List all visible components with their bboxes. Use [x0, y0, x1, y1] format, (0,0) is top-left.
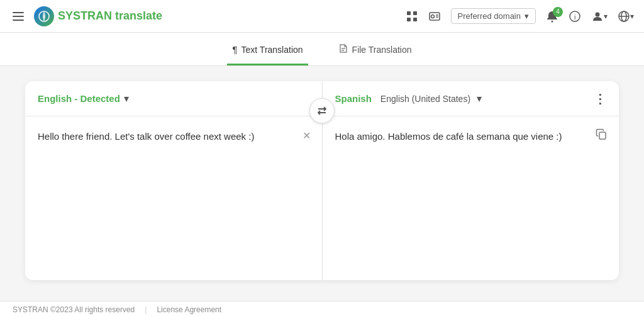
main-content: English - Detected ▾ Hello there friend.…	[0, 66, 644, 301]
source-panel: English - Detected ▾ Hello there friend.…	[25, 81, 323, 280]
svg-point-9	[552, 20, 553, 22]
header-left: SYSTRAN translate	[10, 6, 406, 26]
target-language-name: Spanish	[335, 93, 372, 104]
svg-point-6	[431, 14, 434, 18]
tabs-bar: ¶ Text Translation File Translation	[0, 33, 644, 66]
copy-button[interactable]	[595, 128, 608, 146]
svg-rect-1	[407, 11, 411, 15]
copyright-text: SYSTRAN ©2023 All rights reserved	[13, 305, 135, 314]
hamburger-menu[interactable]	[10, 9, 26, 23]
source-lang-chevron-icon[interactable]: ▾	[124, 93, 129, 104]
svg-text:i: i	[574, 13, 575, 21]
app-header: SYSTRAN translate Preferred domain ▾	[0, 0, 644, 33]
text-translation-icon: ¶	[232, 44, 237, 55]
swap-button-wrapper	[309, 98, 335, 123]
logo-translate: translate	[115, 9, 162, 22]
logo-systran: SYSTRAN	[58, 9, 112, 22]
svg-rect-18	[599, 132, 606, 139]
source-text-area[interactable]: Hello there friend. Let's talk over coff…	[25, 116, 322, 280]
tab-text-translation[interactable]: ¶ Text Translation	[227, 34, 308, 65]
target-lang-chevron-icon[interactable]: ▾	[477, 93, 482, 104]
tab-file-translation-label: File Translation	[352, 45, 412, 55]
domain-label: Preferred domain	[458, 11, 521, 21]
info-icon[interactable]: i	[569, 10, 581, 23]
notification-count: 4	[553, 7, 563, 17]
tab-file-translation[interactable]: File Translation	[333, 33, 417, 66]
domain-dropdown[interactable]: Preferred domain ▾	[451, 8, 536, 24]
source-language-name: English - Detected	[38, 93, 120, 104]
target-lang-header: Spanish English (United States) ▾ ⋮	[323, 81, 619, 116]
more-options-button[interactable]: ⋮	[594, 91, 606, 106]
file-translation-icon	[338, 43, 348, 55]
grid-icon[interactable]	[406, 10, 418, 23]
source-lang-selector[interactable]: English - Detected ▾	[38, 93, 129, 104]
translation-card: English - Detected ▾ Hello there friend.…	[25, 81, 619, 280]
header-right: Preferred domain ▾ 4 i ▾	[406, 8, 634, 24]
source-lang-header: English - Detected ▾	[25, 81, 322, 116]
target-text: Hola amigo. Hablemos de café la semana q…	[335, 129, 607, 144]
domain-chevron-icon: ▾	[525, 11, 529, 21]
svg-rect-3	[407, 18, 411, 21]
license-link[interactable]: License Agreement	[157, 305, 221, 314]
logo-text: SYSTRAN translate	[58, 9, 162, 23]
clear-button[interactable]: ✕	[303, 128, 311, 144]
swap-languages-button[interactable]	[309, 98, 335, 123]
logo-icon	[34, 6, 54, 26]
target-lang-selector[interactable]: Spanish	[335, 93, 372, 104]
svg-rect-2	[413, 11, 417, 15]
svg-point-12	[596, 12, 600, 16]
svg-rect-4	[413, 18, 417, 21]
logo: SYSTRAN translate	[34, 6, 162, 26]
target-panel: Spanish English (United States) ▾ ⋮ Hola…	[323, 81, 619, 280]
user-menu[interactable]: ▾	[591, 10, 608, 23]
app-footer: SYSTRAN ©2023 All rights reserved | Lice…	[0, 301, 644, 316]
language-globe-icon[interactable]: ▾	[618, 10, 634, 23]
target-language-secondary: English (United States)	[380, 94, 470, 104]
user-card-icon[interactable]	[428, 10, 441, 23]
target-text-area: Hola amigo. Hablemos de café la semana q…	[323, 116, 619, 280]
footer-divider: |	[145, 305, 147, 314]
source-text: Hello there friend. Let's talk over coff…	[38, 129, 309, 144]
tab-text-translation-label: Text Translation	[242, 45, 303, 55]
notification-bell[interactable]: 4	[546, 10, 558, 23]
